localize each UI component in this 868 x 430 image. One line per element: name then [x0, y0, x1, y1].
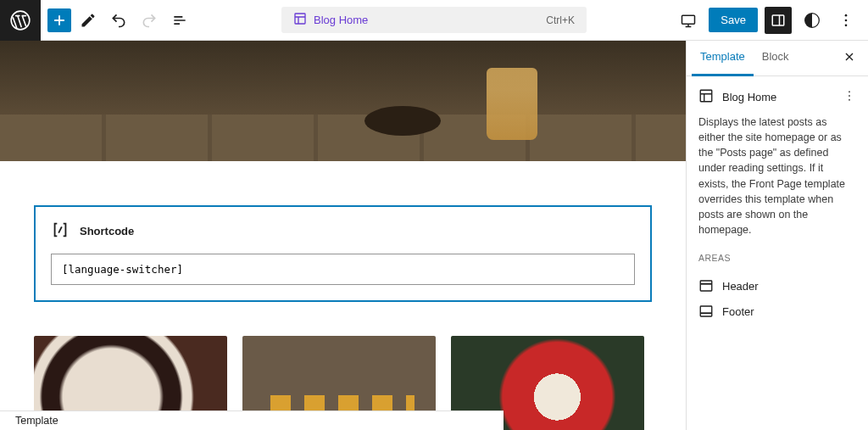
area-footer[interactable]: Footer [698, 299, 856, 324]
footer-icon [698, 304, 714, 319]
svg-rect-12 [700, 281, 712, 291]
svg-rect-2 [682, 15, 695, 24]
tab-block[interactable]: Block [754, 41, 798, 75]
area-header[interactable]: Header [698, 273, 856, 299]
hero-image [0, 41, 686, 161]
shortcode-label: Shortcode [80, 225, 134, 237]
tools-button[interactable] [75, 7, 102, 34]
template-description: Displays the latest posts as either the … [698, 114, 856, 237]
contrast-icon [804, 12, 821, 29]
sidebar-tabs: Template Block [687, 41, 868, 76]
settings-sidebar-toggle[interactable] [765, 7, 792, 34]
svg-point-9 [849, 91, 850, 92]
area-label: Header [722, 280, 759, 293]
svg-rect-3 [772, 15, 784, 25]
desktop-icon [680, 12, 697, 29]
wordpress-logo[interactable] [0, 0, 41, 41]
options-button[interactable] [832, 7, 860, 34]
more-vertical-icon [843, 89, 856, 103]
svg-point-10 [849, 95, 850, 97]
shortcode-block[interactable]: Shortcode [34, 205, 652, 302]
wordpress-icon [9, 9, 31, 31]
svg-point-5 [845, 14, 848, 16]
view-button[interactable] [675, 7, 702, 34]
template-icon [698, 88, 714, 106]
tab-template[interactable]: Template [692, 41, 754, 76]
svg-rect-1 [295, 14, 305, 24]
breadcrumb[interactable]: Template [0, 410, 504, 430]
sidebar-title: Blog Home [722, 91, 776, 103]
editor-canvas[interactable]: Shortcode Template [0, 41, 686, 430]
command-shortcut: Ctrl+K [546, 14, 575, 26]
document-name: Blog Home [314, 14, 368, 26]
redo-icon [141, 12, 158, 29]
shortcode-icon [51, 221, 70, 242]
pencil-icon [80, 12, 97, 29]
sidebar-icon [771, 13, 786, 28]
template-actions-button[interactable] [843, 89, 856, 105]
shortcode-input[interactable] [51, 254, 635, 285]
main: Shortcode Template Template Block [0, 41, 868, 430]
toolbar-left [41, 7, 193, 34]
undo-button[interactable] [105, 7, 132, 34]
svg-point-11 [849, 99, 850, 101]
template-icon [293, 12, 307, 28]
redo-button[interactable] [136, 7, 163, 34]
svg-rect-13 [700, 306, 712, 316]
close-sidebar-button[interactable] [836, 41, 863, 75]
document-title-bar[interactable]: Blog Home Ctrl+K [281, 7, 587, 33]
undo-icon [110, 12, 127, 29]
save-button[interactable]: Save [709, 8, 758, 32]
svg-rect-8 [700, 90, 712, 102]
plus-icon [51, 12, 68, 29]
list-icon [171, 12, 188, 29]
close-icon [843, 50, 856, 64]
add-block-button[interactable] [47, 8, 71, 32]
svg-point-7 [845, 24, 848, 26]
header-icon [698, 278, 714, 293]
styles-button[interactable] [798, 7, 826, 34]
top-toolbar: Blog Home Ctrl+K Save [0, 0, 868, 41]
document-overview-button[interactable] [166, 7, 193, 34]
areas-heading: AREAS [698, 253, 856, 263]
more-vertical-icon [837, 12, 854, 29]
settings-sidebar: Template Block Blog Home Displays the la… [686, 41, 868, 430]
area-label: Footer [722, 305, 754, 318]
svg-point-6 [845, 19, 848, 21]
toolbar-right: Save [675, 7, 868, 34]
